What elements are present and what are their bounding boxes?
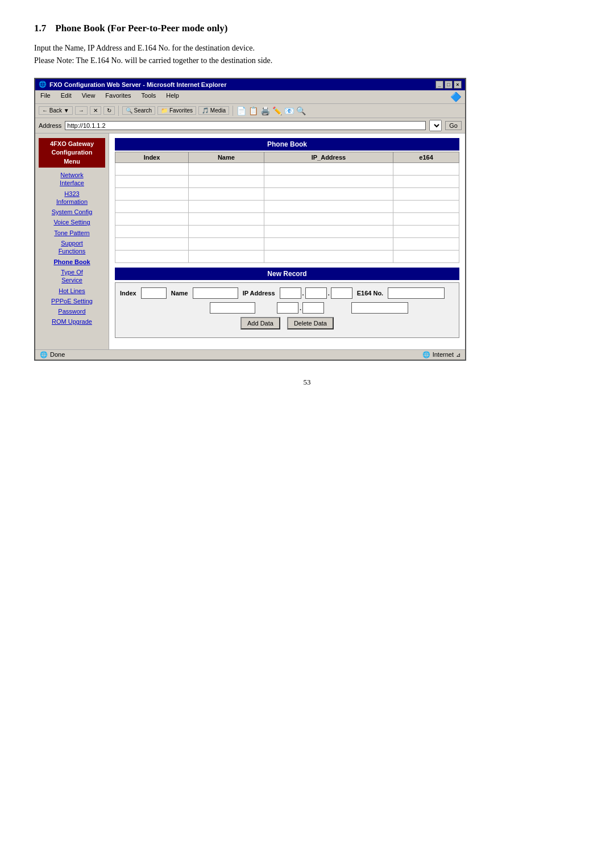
- main-content: Phone Book Index Name IP_Address e164: [109, 133, 465, 349]
- newrecord-buttons-row: Add Data Delete Data: [120, 317, 454, 329]
- menu-favorites[interactable]: Favorites: [103, 91, 132, 102]
- table-row: [115, 225, 459, 237]
- section-title: Phone Book (For Peer-to-Peer mode only): [55, 23, 227, 34]
- ip-input-4[interactable]: [277, 302, 298, 314]
- stop-button[interactable]: ✕: [90, 106, 101, 115]
- table-row: [115, 250, 459, 262]
- menu-file[interactable]: File: [39, 91, 52, 102]
- internet-label: Internet: [433, 351, 454, 358]
- favorites-button[interactable]: 📁 Favorites: [157, 106, 196, 115]
- sidebar-item-h323[interactable]: H323Information: [39, 190, 105, 206]
- browser-title-icon: 🌐: [39, 81, 47, 88]
- sidebar-item-tone[interactable]: Tone Pattern: [39, 229, 105, 237]
- section-number: 1.7: [34, 23, 46, 34]
- address-bar: Address Go: [35, 118, 465, 133]
- toolbar-icon-5: 📧: [284, 106, 294, 115]
- titlebar-controls: _ □ ×: [435, 81, 462, 89]
- table-row: [115, 162, 459, 175]
- ip-row2-group: .: [277, 302, 324, 314]
- media-button[interactable]: 🎵 Media: [198, 106, 229, 115]
- go-button[interactable]: Go: [445, 121, 462, 130]
- add-data-button[interactable]: Add Data: [240, 317, 280, 329]
- page-footer: 53: [34, 378, 580, 387]
- sidebar-item-typeofservice[interactable]: Type OfService: [39, 268, 105, 285]
- forward-button[interactable]: →: [75, 106, 88, 115]
- newrecord-form: Index Name IP Address . . E164 No.: [115, 282, 459, 338]
- table-row: [115, 212, 459, 225]
- status-text: Done: [50, 351, 65, 358]
- resize-handle: ⊿: [456, 352, 460, 358]
- browser-content: 4FXO GatewayConfigurationMenu NetworkInt…: [35, 133, 465, 349]
- col-ip: IP_Address: [264, 152, 393, 162]
- toolbar-icon-1: 📄: [237, 106, 246, 115]
- ip-address-label: IP Address: [243, 290, 275, 297]
- description-line2: Please Note: The E.164 No. will be carri…: [34, 55, 580, 67]
- index-input[interactable]: [141, 287, 167, 299]
- ip-input-1[interactable]: [280, 287, 301, 299]
- newrecord-labels-row: Index Name IP Address . . E164 No.: [120, 287, 454, 299]
- minimize-btn[interactable]: _: [435, 81, 443, 89]
- menu-tools[interactable]: Tools: [140, 91, 158, 102]
- newrecord-header: New Record: [115, 268, 459, 280]
- description-line1: Input the Name, IP Address and E.164 No.…: [34, 42, 580, 55]
- maximize-btn[interactable]: □: [445, 81, 453, 89]
- address-label: Address: [39, 122, 61, 129]
- toolbar-icon-6: 🔍: [296, 106, 306, 115]
- sidebar-gateway-title: 4FXO GatewayConfigurationMenu: [39, 138, 105, 168]
- browser-title: FXO Configuration Web Server - Microsoft…: [49, 81, 227, 88]
- sidebar-item-sysconfig[interactable]: System Config: [39, 208, 105, 216]
- browser-titlebar: 🌐 FXO Configuration Web Server - Microso…: [35, 79, 465, 90]
- e164-label: E164 No.: [357, 290, 383, 297]
- address-dropdown[interactable]: [429, 120, 442, 131]
- menu-help[interactable]: Help: [164, 91, 181, 102]
- ip-address-group: . .: [280, 287, 352, 299]
- table-row: [115, 237, 459, 250]
- sidebar-item-hotlines[interactable]: Hot Lines: [39, 287, 105, 295]
- sidebar-item-support[interactable]: SupportFunctions: [39, 239, 105, 256]
- status-icon: 🌐: [40, 351, 48, 358]
- newrecord-input-row2: .: [205, 302, 454, 314]
- search-button[interactable]: 🔍 Search: [122, 106, 155, 115]
- col-e164: e164: [393, 152, 459, 162]
- name-input-row2[interactable]: [210, 302, 255, 314]
- sidebar-item-pppoe[interactable]: PPPoE Setting: [39, 297, 105, 305]
- browser-menubar: File Edit View Favorites Tools Help 🔷: [35, 90, 465, 104]
- ip-input-3[interactable]: [331, 287, 352, 299]
- browser-statusbar: 🌐 Done 🌐 Internet ⊿: [35, 349, 465, 360]
- sidebar-item-phonebook[interactable]: Phone Book: [39, 258, 105, 266]
- toolbar-icon-3: 🖨️: [260, 106, 270, 115]
- internet-icon: 🌐: [422, 351, 430, 358]
- e164-input-row2[interactable]: [351, 302, 408, 314]
- sidebar-item-romupgrade[interactable]: ROM Upgrade: [39, 318, 105, 326]
- address-input[interactable]: [65, 121, 426, 130]
- sidebar: 4FXO GatewayConfigurationMenu NetworkInt…: [35, 133, 109, 349]
- delete-data-button[interactable]: Delete Data: [287, 317, 334, 329]
- index-label: Index: [120, 290, 136, 297]
- browser-window: 🌐 FXO Configuration Web Server - Microso…: [34, 78, 466, 361]
- phonebook-table: Index Name IP_Address e164: [115, 152, 459, 263]
- refresh-button[interactable]: ↻: [103, 106, 115, 115]
- back-button[interactable]: ← Back ▼: [39, 106, 73, 115]
- name-input[interactable]: [193, 287, 238, 299]
- table-row: [115, 187, 459, 200]
- ip-input-2[interactable]: [305, 287, 327, 299]
- phonebook-header: Phone Book: [115, 138, 459, 151]
- browser-corner-icon: 🔷: [450, 91, 462, 102]
- sidebar-item-network[interactable]: NetworkInterface: [39, 171, 105, 187]
- col-index: Index: [115, 152, 189, 162]
- table-row: [115, 175, 459, 187]
- sidebar-item-voice[interactable]: Voice Setting: [39, 218, 105, 226]
- page-number: 53: [304, 378, 311, 386]
- name-label: Name: [171, 290, 188, 297]
- close-btn[interactable]: ×: [454, 81, 462, 89]
- toolbar-icon-4: ✏️: [272, 106, 282, 115]
- menu-edit[interactable]: Edit: [59, 91, 73, 102]
- e164-input[interactable]: [388, 287, 445, 299]
- ip-input-5[interactable]: [302, 302, 324, 314]
- col-name: Name: [189, 152, 264, 162]
- menu-view[interactable]: View: [80, 91, 97, 102]
- table-row: [115, 200, 459, 212]
- browser-toolbar: ← Back ▼ → ✕ ↻ 🔍 Search 📁 Favorites 🎵 Me…: [35, 104, 465, 118]
- toolbar-icon-2: 📋: [248, 106, 258, 115]
- sidebar-item-password[interactable]: Password: [39, 307, 105, 315]
